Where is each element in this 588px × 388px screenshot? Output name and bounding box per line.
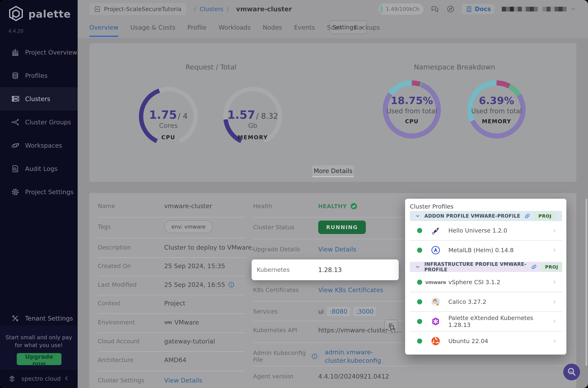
sidebar-item-cluster-groups[interactable]: Cluster Groups: [0, 111, 78, 134]
sidebar-item-label: Workspaces: [25, 142, 62, 149]
kubeconfig-file-link[interactable]: cluster.kubeconfig: [325, 356, 381, 365]
chevron-left-icon: [64, 375, 70, 382]
audit-log-icon: [9, 165, 21, 173]
tab-nodes[interactable]: Nodes: [263, 18, 282, 37]
sidebar: palette 4.4.20 Project Overview: [0, 0, 78, 388]
settings-button[interactable]: Settings: [330, 21, 367, 34]
project-chart-icon: [94, 6, 101, 13]
sidebar-item-label: Clusters: [25, 95, 50, 102]
tab-usage-costs[interactable]: Usage & Costs: [130, 18, 175, 37]
chevron-down-icon: [415, 213, 420, 219]
chevron-right-icon: [552, 247, 557, 253]
tools-icon: [9, 314, 21, 322]
profile-item-vsphere-csi[interactable]: vmware vSphere CSI 3.1.2: [410, 273, 562, 292]
topbar: Project-ScaleSecureTutoria / Clusters / …: [78, 0, 588, 18]
infrastructure-profile-section-header[interactable]: INFRASTRUCTURE PROFILE VMWARE-PROFILE PR…: [410, 262, 562, 272]
detail-row-services: Services ui :8080 :3000: [253, 307, 376, 316]
cluster-settings-view-details-link[interactable]: View Details: [164, 377, 202, 384]
upgrade-now-button[interactable]: Upgrade now: [17, 353, 61, 365]
sidebar-item-label: Tenant Settings: [25, 315, 73, 322]
credits-meter: 1.49/100kCh: [378, 3, 423, 15]
info-icon[interactable]: [311, 353, 318, 360]
sidebar-item-clusters[interactable]: Clusters: [0, 87, 78, 111]
detail-row-k8s-certificates: K8s Certificates View K8s Certificates: [253, 286, 383, 294]
settings-label: Settings: [332, 24, 356, 31]
sidebar-item-workspaces[interactable]: Workspaces: [0, 134, 78, 157]
vmware-icon: vm: [164, 320, 172, 325]
hello-universe-icon: [426, 226, 445, 235]
info-icon[interactable]: [228, 281, 235, 288]
memory-donut-value: 6.39%: [468, 95, 526, 106]
upgrade-view-details-link[interactable]: View Details: [318, 246, 356, 253]
collapse-sidebar-button[interactable]: [64, 375, 70, 382]
bar-chart-icon: [9, 48, 21, 57]
spectro-cloud-wordmark: spectro cloud: [22, 375, 61, 382]
chevron-down-icon: [570, 6, 576, 12]
detail-row-created-on: Created On 25 Sep 2024, 15:35: [98, 262, 225, 270]
tab-profile[interactable]: Profile: [187, 18, 207, 37]
tab-overview[interactable]: Overview: [89, 18, 118, 37]
sidebar-item-profiles[interactable]: Profiles: [0, 64, 78, 87]
addon-profile-section-header[interactable]: ADDON PROFILE VMWARE-PROFILE PROJ: [410, 211, 562, 221]
feedback-chat-icon[interactable]: [431, 5, 439, 13]
docs-button[interactable]: Docs: [462, 4, 494, 14]
memory-donut-caption: Used from total: [468, 107, 526, 115]
sidebar-item-tenant-settings[interactable]: Tenant Settings: [0, 309, 78, 328]
detail-row-description: Description Cluster to deploy to VMware.: [98, 244, 254, 251]
network-icon: [9, 118, 21, 126]
scrollbar[interactable]: [586, 199, 587, 366]
chevron-right-icon: [552, 228, 557, 233]
profile-item-ubuntu[interactable]: Ubuntu 22.04: [410, 332, 562, 351]
app-window: palette 4.4.20 Project Overview: [0, 0, 588, 388]
sidebar-footer: spectro cloud: [0, 369, 78, 388]
detail-row-last-modified: Last Modified 25 Sep 2024, 16:55: [98, 281, 235, 288]
status-dot-green: [417, 228, 422, 233]
sidebar-item-label: Audit Logs: [25, 165, 57, 172]
breadcrumb-clusters-link[interactable]: Clusters: [200, 6, 223, 13]
service-port-link[interactable]: :8080: [327, 307, 350, 316]
profile-item-palette-extended-kubernetes[interactable]: Palette eXtended Kubernetes 1.28.13: [410, 312, 562, 331]
tag-pill: env: vmware: [164, 220, 213, 233]
breadcrumb-separator: /: [194, 6, 196, 12]
detail-row-cluster-status: Cluster Status RUNNING: [253, 220, 366, 234]
project-selector-chip[interactable]: Project-ScaleSecureTutoria: [89, 3, 186, 15]
sidebar-item-project-settings[interactable]: Project Settings: [0, 180, 78, 204]
link-icon: [531, 264, 537, 270]
detail-row-architecture: Architecture AMD64: [98, 356, 186, 364]
cpu-donut-caption: Used from total: [383, 107, 441, 115]
running-status-badge: RUNNING: [318, 220, 366, 234]
project-name: Project-ScaleSecureTutoria: [104, 6, 182, 13]
more-details-button[interactable]: More Details: [312, 166, 354, 177]
kubeconfig-file-link[interactable]: admin.vmware-: [325, 348, 381, 356]
service-port-link[interactable]: :3000: [353, 307, 376, 316]
copy-icon[interactable]: [384, 320, 398, 334]
link-icon: [524, 213, 530, 219]
credits-progress: [380, 5, 383, 13]
status-dot-green: [417, 299, 422, 304]
profile-item-hello-universe[interactable]: Hello Universe 1.2.0: [410, 221, 562, 240]
profile-item-calico[interactable]: Calico 3.27.2: [410, 292, 562, 311]
detail-row-environment: Environment vm VMware: [98, 319, 199, 326]
proj-scope-badge: PROJ: [534, 212, 555, 220]
docs-label: Docs: [475, 5, 491, 13]
tab-events[interactable]: Events: [294, 18, 315, 37]
cluster-profiles-title: Cluster Profiles: [410, 203, 453, 210]
cpu-gauge-value: 1.75 / 4: [138, 108, 199, 121]
search-fab-button[interactable]: [563, 364, 580, 380]
user-menu[interactable]: [502, 6, 576, 12]
proj-scope-badge: PROJ: [541, 263, 562, 271]
orbit-icon: [9, 141, 21, 150]
explore-compass-icon[interactable]: [446, 5, 455, 13]
tab-workloads[interactable]: Workloads: [218, 18, 251, 37]
kubernetes-version-row[interactable]: Kubernetes 1.28.13: [252, 260, 399, 280]
gear-icon: [9, 188, 21, 196]
sidebar-item-audit-logs[interactable]: Audit Logs: [0, 157, 78, 180]
sidebar-item-project-overview[interactable]: Project Overview: [0, 41, 78, 64]
upsell-text-line1: Start small and only pay: [0, 334, 78, 341]
view-k8s-certificates-link[interactable]: View K8s Certificates: [318, 286, 383, 294]
brand-name: palette: [28, 8, 71, 20]
cpu-gauge-label: CPU: [138, 134, 199, 141]
service-name: ui: [318, 308, 324, 315]
profile-item-metallb[interactable]: MetalLB (Helm) 0.14.8: [410, 241, 562, 260]
detail-row-kubernetes-api: Kubernetes API https://vmware-cluster-ct…: [253, 327, 402, 334]
